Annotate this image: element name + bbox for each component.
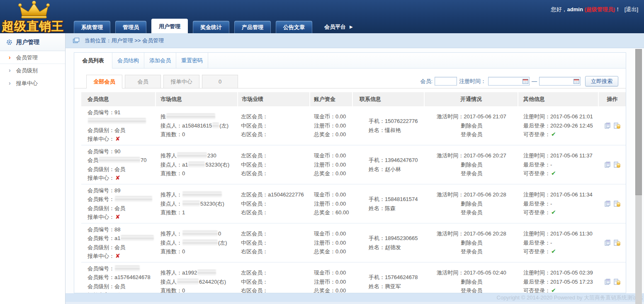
nav-tab-7[interactable]: 会员平台▶	[317, 21, 360, 33]
funds-line: 总奖金：0.00	[314, 169, 353, 178]
nav-tab-2[interactable]: 管理员	[115, 21, 146, 33]
main-nav: 系统管理管理员用户管理奖金统计产品管理公告文章会员平台▶	[74, 19, 360, 33]
finance-record-icon[interactable]	[614, 240, 620, 246]
search-button[interactable]: 立即搜索	[585, 76, 618, 86]
logo-text: 超级直销王	[2, 18, 64, 35]
contact-line: 手机：15076222776	[369, 117, 425, 126]
delete-member-link[interactable]: 删除会员	[425, 121, 518, 130]
tab-3[interactable]: 添加会员	[144, 53, 176, 68]
tab-4[interactable]: 重置密码	[176, 53, 208, 68]
column-header-2: 市场信息	[156, 92, 237, 106]
login-member-link[interactable]: 登录会员	[425, 130, 518, 139]
scrollbar-thumb[interactable]	[635, 49, 642, 195]
other-line: 可否登录：✔	[523, 286, 599, 293]
nav-tab-6[interactable]: 公告文章	[276, 21, 312, 33]
funds-line: 现金币：0.00	[314, 112, 353, 121]
view-detail-icon[interactable]	[605, 240, 611, 246]
delete-member-link[interactable]: 删除会员	[425, 199, 518, 208]
funds-line: 注册币：0.00	[314, 160, 353, 169]
cell-open: 激活时间：2017-05-05 02:40删除会员登录会员	[425, 262, 518, 293]
sidebar-item-1[interactable]: ›会员管理	[0, 51, 65, 64]
finance-record-icon[interactable]	[614, 279, 620, 285]
subtab-2[interactable]: 会员	[125, 75, 161, 88]
contact-line: 手机：15848161574	[369, 195, 425, 204]
greeting-prefix: 您好，	[551, 6, 567, 12]
nav-tab-5[interactable]: 产品管理	[234, 21, 271, 33]
contact-line: 手机：15764624678	[369, 273, 425, 282]
column-header-3: 市场业绩	[238, 92, 309, 106]
cross-mark-icon: ✘	[115, 253, 120, 259]
cell-open: 激活时间：2017-05-06 20:28删除会员登录会员	[425, 223, 518, 262]
delete-member-link[interactable]: 删除会员	[425, 277, 518, 287]
performance-line: 左区会员：	[241, 268, 310, 277]
view-detail-icon[interactable]	[605, 279, 611, 285]
column-header-5: 联系信息	[353, 92, 424, 106]
cell-ops	[599, 262, 626, 293]
nav-tab-label: 用户管理	[159, 23, 180, 29]
sidebar-item-3[interactable]: ›报单中心	[0, 77, 65, 90]
cell-other: 注册时间：2017-05-06 11:37最后登录：-可否登录：✔	[518, 145, 599, 184]
finance-record-icon[interactable]	[614, 201, 620, 207]
calendar-icon[interactable]	[574, 78, 579, 84]
nav-tab-label: 会员平台	[324, 24, 346, 30]
delete-member-link[interactable]: 删除会员	[425, 238, 518, 248]
redacted-text	[177, 279, 199, 284]
subtab-3[interactable]: 报单中心	[163, 75, 199, 88]
breadcrumb-text: 当前位置：用户管理 >> 会员管理	[85, 37, 164, 44]
cell-other: 注册时间：2017-05-06 11:30最后登录：-可否登录：✔	[518, 223, 599, 262]
funds-line: 总奖金：0.00	[314, 286, 353, 293]
sidebar-item-2[interactable]: ›会员级别	[0, 64, 65, 77]
view-detail-icon[interactable]	[605, 123, 611, 129]
finance-record-icon[interactable]	[614, 162, 620, 168]
performance-line: 中区会员：	[241, 121, 310, 130]
calendar-icon[interactable]	[522, 78, 528, 84]
funds-line: 总奖金：0.00	[314, 247, 353, 256]
cell-market: 推接点人：a158481615(左)直推数：0	[156, 106, 238, 145]
cell-open: 激活时间：2017-05-06 20:27删除会员登录会员	[425, 145, 518, 184]
table-row: 会员编号：88会员账号：a1会员级别：会员报单中心：✘推荐人：0接点人：(左)直…	[81, 223, 626, 262]
cell-performance: 左区会员：中区会员：右区会员：	[238, 262, 310, 293]
view-detail-icon[interactable]	[605, 162, 611, 168]
app-logo: 超级直销王	[0, 0, 70, 33]
search-box: 会员: 注册时间： — 立即搜索	[420, 76, 618, 86]
column-header-7: 其他信息	[518, 92, 598, 106]
redacted-text	[182, 230, 218, 236]
performance-line: 中区会员：	[241, 238, 310, 248]
nav-tab-4[interactable]: 奖金统计	[193, 21, 229, 33]
nav-tab-3[interactable]: 用户管理	[151, 19, 188, 33]
cell-contact: 手机：13946247670姓名：赵小林	[353, 145, 425, 184]
logout-link[interactable]: [退出]	[625, 6, 638, 12]
login-member-link[interactable]: 登录会员	[425, 286, 518, 293]
tab-2[interactable]: 会员结构	[112, 53, 144, 68]
delete-member-link[interactable]: 删除会员	[425, 160, 518, 169]
market-line: 推荐人：	[160, 190, 238, 199]
tab-1[interactable]: 会员列表	[74, 53, 112, 69]
view-detail-icon[interactable]	[605, 201, 611, 207]
funds-line: 总奖金：60.00	[314, 208, 353, 217]
cell-other: 注册时间：2017-05-06 21:01最后登录：2022-09-26 12:…	[518, 106, 599, 145]
subtab-1[interactable]: 全部会员	[86, 75, 122, 88]
other-line: 注册时间：2017-05-06 11:30	[523, 229, 599, 238]
cell-open: 激活时间：2017-05-06 21:07删除会员登录会员	[425, 106, 518, 145]
member-search-input[interactable]	[435, 77, 457, 86]
member-line: 会员账号：a15764624678	[87, 273, 156, 282]
login-member-link[interactable]: 登录会员	[425, 247, 518, 256]
login-member-link[interactable]: 登录会员	[425, 208, 518, 217]
market-line: 接点人：53230(右)	[160, 199, 238, 208]
check-mark-icon: ✔	[551, 248, 556, 255]
contact-line: 手机：13946247670	[369, 156, 425, 165]
funds-line: 总奖金：0.00	[314, 130, 353, 139]
other-line: 注册时间：2017-05-05 02:39	[523, 268, 599, 277]
other-line: 注册时间：2017-05-06 11:34	[523, 190, 599, 199]
nav-tab-1[interactable]: 系统管理	[74, 21, 110, 33]
greeting-suffix: ！	[615, 6, 620, 12]
cross-mark-icon: ✘	[115, 213, 120, 220]
finance-record-icon[interactable]	[614, 123, 620, 129]
other-line: 注册时间：2017-05-06 21:01	[523, 112, 599, 121]
cell-funds: 现金币：0.00注册币：0.00总奖金：0.00	[310, 262, 353, 293]
subtab-4[interactable]: 0	[202, 75, 238, 88]
login-member-link[interactable]: 登录会员	[425, 169, 518, 178]
market-line: 接点人：a153230(右)	[160, 160, 238, 169]
market-line: 推荐人：a1992	[160, 268, 238, 277]
cell-contact: 手机：15076222776姓名：懂叔艳	[353, 106, 425, 145]
